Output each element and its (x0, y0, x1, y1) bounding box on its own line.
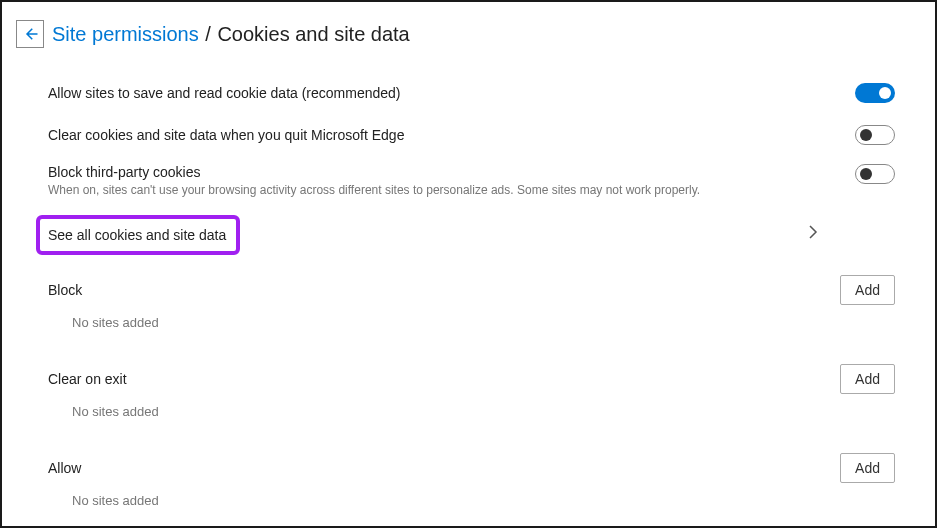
setting-title: Allow sites to save and read cookie data… (48, 85, 855, 101)
toggle-block-third-party[interactable] (855, 164, 895, 184)
arrow-left-icon (21, 25, 39, 43)
setting-title: See all cookies and site data (48, 227, 226, 243)
highlight-annotation: See all cookies and site data (36, 215, 240, 255)
toggle-knob (860, 168, 872, 180)
section-allow: Allow Add (48, 447, 895, 483)
section-title: Block (48, 282, 82, 298)
add-clear-on-exit-button[interactable]: Add (840, 364, 895, 394)
breadcrumb: Site permissions / Cookies and site data (52, 23, 410, 46)
section-clear-on-exit: Clear on exit Add (48, 358, 895, 394)
settings-content: Allow sites to save and read cookie data… (2, 58, 935, 520)
setting-see-all-row[interactable]: See all cookies and site data (48, 207, 895, 261)
toggle-knob (879, 87, 891, 99)
breadcrumb-separator: / (200, 23, 217, 45)
setting-title: Clear cookies and site data when you qui… (48, 127, 855, 143)
section-title: Clear on exit (48, 371, 127, 387)
empty-allow-text: No sites added (48, 483, 895, 520)
add-allow-button[interactable]: Add (840, 453, 895, 483)
chevron-right-icon (807, 224, 819, 244)
empty-clear-on-exit-text: No sites added (48, 394, 895, 431)
setting-description: When on, sites can't use your browsing a… (48, 183, 855, 197)
setting-clear-on-quit: Clear cookies and site data when you qui… (48, 114, 895, 156)
section-block: Block Add (48, 269, 895, 305)
setting-title: Block third-party cookies (48, 164, 855, 180)
back-button[interactable] (16, 20, 44, 48)
section-title: Allow (48, 460, 81, 476)
breadcrumb-current: Cookies and site data (217, 23, 409, 45)
toggle-clear-on-quit[interactable] (855, 125, 895, 145)
breadcrumb-link[interactable]: Site permissions (52, 23, 199, 45)
toggle-allow-cookies[interactable] (855, 83, 895, 103)
add-block-button[interactable]: Add (840, 275, 895, 305)
setting-allow-cookies: Allow sites to save and read cookie data… (48, 72, 895, 114)
empty-block-text: No sites added (48, 305, 895, 342)
header: Site permissions / Cookies and site data (2, 2, 935, 58)
setting-block-third-party: Block third-party cookies When on, sites… (48, 156, 895, 207)
toggle-knob (860, 129, 872, 141)
